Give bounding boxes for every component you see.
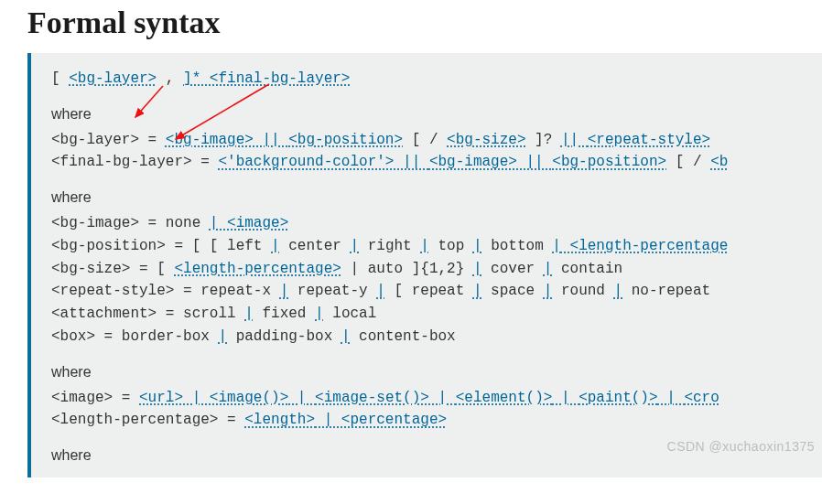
def-length-percentage: <length-percentage> = <length> | <percen… [51, 409, 822, 432]
where-label: where [51, 103, 822, 126]
def-final-bg-layer: <final-bg-layer> = <'background-color'> … [51, 151, 822, 174]
bar-op[interactable]: | [288, 390, 315, 406]
bar-op[interactable]: | [544, 283, 553, 299]
bar-op[interactable]: | [552, 390, 579, 406]
page-title: Formal syntax [27, 5, 822, 40]
bar-op[interactable]: | [271, 238, 280, 254]
bar-op[interactable]: | [420, 238, 429, 254]
link-cut[interactable]: <cro [684, 390, 719, 406]
bar-op[interactable]: | [658, 390, 685, 406]
def-bg-layer: <bg-layer> = <bg-image> || <bg-position>… [51, 129, 822, 152]
bar-op[interactable]: | [376, 283, 385, 299]
bar-op[interactable]: | [350, 238, 359, 254]
bar-op[interactable]: | [552, 238, 561, 254]
link-image-fn[interactable]: <image()> [210, 390, 288, 406]
link-image-set[interactable]: <image-set()> [315, 390, 429, 406]
bar-op[interactable]: | [210, 215, 227, 231]
formal-syntax-panel: [ <bg-layer> , ]* <final-bg-layer> where… [27, 53, 822, 477]
watermark: CSDN @xuchaoxin1375 [667, 437, 815, 457]
bar-op[interactable]: | [473, 283, 482, 299]
def-attachment: <attachment> = scroll | fixed | local [51, 303, 822, 326]
def-box: <box> = border-box | padding-box | conte… [51, 326, 822, 349]
syntax-summary-line: [ <bg-layer> , ]* <final-bg-layer> [51, 68, 822, 91]
dbar-op[interactable]: || [254, 132, 288, 148]
bar-op[interactable]: | [429, 390, 456, 406]
link-cut[interactable]: <b [710, 154, 728, 170]
link-background-color[interactable]: <'background-color'> [218, 154, 394, 170]
dbar-op[interactable]: || [561, 132, 588, 148]
dbar-op[interactable]: || [394, 154, 428, 170]
def-repeat-style: <repeat-style> = repeat-x | repeat-y | [… [51, 280, 822, 303]
link-final-bg-layer[interactable]: <final-bg-layer> [210, 70, 351, 87]
bar-op[interactable]: | [473, 261, 482, 277]
bar-op[interactable]: | [183, 390, 210, 406]
where-label: where [51, 187, 822, 209]
bar-op[interactable]: | [244, 306, 254, 322]
link-image[interactable]: <image> [227, 215, 288, 231]
link-url[interactable]: <url> [139, 390, 183, 406]
dbar-op[interactable]: || [517, 154, 552, 170]
link-length-percentage[interactable]: <length-percentage> [174, 261, 341, 277]
link-bg-position[interactable]: <bg-position> [288, 132, 403, 148]
link-paint[interactable]: <paint()> [579, 390, 657, 406]
link-percentage[interactable]: <percentage> [341, 412, 447, 428]
bar-op[interactable]: | [280, 283, 289, 299]
bar-op[interactable]: | [315, 412, 341, 428]
bar-op[interactable]: | [473, 238, 482, 254]
link-bg-size[interactable]: <bg-size> [447, 132, 525, 148]
link-element[interactable]: <element()> [456, 390, 553, 406]
link-bg-image[interactable]: <bg-image> [429, 154, 517, 170]
bar-op[interactable]: | [544, 261, 553, 277]
def-bg-image: <bg-image> = none | <image> [51, 212, 822, 235]
def-bg-size: <bg-size> = [ <length-percentage> | auto… [51, 258, 822, 281]
link-repeat-style[interactable]: <repeat-style> [588, 132, 710, 148]
def-bg-position: <bg-position> = [ [ left | center | righ… [51, 235, 822, 258]
def-image: <image> = <url> | <image()> | <image-set… [51, 387, 822, 410]
link-bg-layer[interactable]: <bg-layer> [69, 70, 157, 87]
bar-op[interactable]: | [614, 283, 623, 299]
bar-op[interactable]: | [218, 328, 227, 345]
link-length[interactable]: <length> [244, 412, 315, 428]
where-label: where [51, 361, 822, 384]
bar-op[interactable]: | [315, 306, 324, 322]
link-bg-image[interactable]: <bg-image> [166, 132, 254, 148]
link-repeat-op[interactable]: ]* [183, 70, 210, 87]
link-length-percentage[interactable]: <length-percentage [561, 238, 728, 254]
link-bg-position[interactable]: <bg-position> [552, 154, 666, 170]
